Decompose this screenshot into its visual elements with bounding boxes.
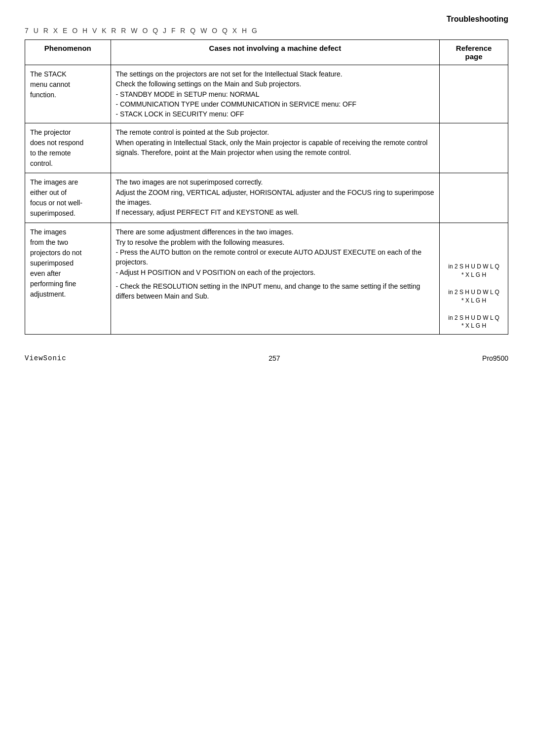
ref-focus: [440, 173, 508, 223]
phenomenon-focus: The images areeither out offocus or not …: [25, 173, 111, 223]
case-stack-2: Check the following settings on the Main…: [116, 79, 435, 119]
cases-stack: The settings on the projectors are not s…: [111, 65, 440, 123]
table-header-row: Phenomenon Cases not involving a machine…: [25, 40, 508, 65]
ref-entry-1: in 2 S H U D W L Q* X L G H: [445, 263, 503, 279]
case-remote-2: When operating in Intellectual Stack, on…: [116, 138, 435, 158]
table-row: The projectordoes not respondto the remo…: [25, 123, 508, 173]
footer: ViewSonic 257 Pro9500: [25, 354, 508, 362]
case-fine-3: - Check the RESOLUTION setting in the IN…: [116, 281, 435, 302]
cases-focus: The two images are not superimposed corr…: [111, 173, 440, 223]
phenomenon-remote: The projectordoes not respondto the remo…: [25, 123, 111, 173]
header-title: Troubleshooting: [447, 15, 508, 24]
col-header-cases: Cases not involving a machine defect: [111, 40, 440, 65]
ref-fine: in 2 S H U D W L Q* X L G H in 2 S H U D…: [440, 223, 508, 335]
case-stack-1: The settings on the projectors are not s…: [116, 69, 435, 79]
case-remote-1: The remote control is pointed at the Sub…: [116, 127, 435, 137]
col-header-reference: Referencepage: [440, 40, 508, 65]
case-fine-2: Try to resolve the problem with the foll…: [116, 237, 435, 277]
case-focus-2: Adjust the ZOOM ring, VERTICAL adjuster,…: [116, 188, 435, 218]
header-section: Troubleshooting: [25, 15, 508, 24]
col-header-phenomenon: Phenomenon: [25, 40, 111, 65]
phenomenon-stack: The STACKmenu cannotfunction.: [25, 65, 111, 123]
main-table: Phenomenon Cases not involving a machine…: [25, 39, 508, 335]
cases-remote: The remote control is pointed at the Sub…: [111, 123, 440, 173]
ref-page-label: Referencepage: [456, 44, 492, 61]
table-row: The imagesfrom the twoprojectors do nots…: [25, 223, 508, 335]
case-focus-1: The two images are not superimposed corr…: [116, 177, 435, 187]
subtitle-row: 7 U R X E O H V K R R W O Q J F R Q W O …: [25, 27, 508, 35]
ref-entry-2: in 2 S H U D W L Q* X L G H: [445, 288, 503, 305]
ref-stack: [440, 65, 508, 123]
footer-model: Pro9500: [482, 354, 508, 362]
footer-page: 257: [268, 354, 280, 362]
ref-entry-3: in 2 S H U D W L Q* X L G H: [445, 314, 503, 331]
ref-remote: [440, 123, 508, 173]
table-row: The images areeither out offocus or not …: [25, 173, 508, 223]
page-wrapper: Troubleshooting 7 U R X E O H V K R R W …: [0, 0, 533, 392]
table-row: The STACKmenu cannotfunction. The settin…: [25, 65, 508, 123]
phenomenon-fine: The imagesfrom the twoprojectors do nots…: [25, 223, 111, 335]
cases-fine: There are some adjustment differences in…: [111, 223, 440, 335]
footer-brand: ViewSonic: [25, 354, 67, 362]
case-fine-1: There are some adjustment differences in…: [116, 227, 435, 237]
